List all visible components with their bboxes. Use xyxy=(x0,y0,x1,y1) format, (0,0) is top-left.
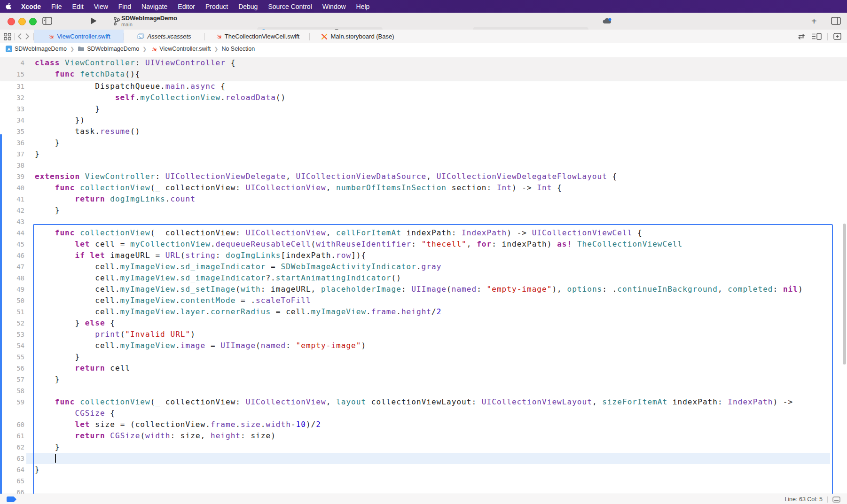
editor-options-icon[interactable] xyxy=(811,33,822,40)
counterpart-swap-icon[interactable] xyxy=(797,33,806,40)
code-text[interactable]: extension ViewController: UICollectionVi… xyxy=(26,171,847,182)
code-text[interactable]: return cell xyxy=(26,363,847,374)
line-number[interactable]: 59 xyxy=(0,396,26,408)
line-number[interactable]: 64 xyxy=(0,464,26,475)
code-line-33[interactable]: 33 } xyxy=(0,103,847,115)
tab-main-storyboard-base-[interactable]: Main.storyboard (Base) xyxy=(310,30,406,43)
line-number[interactable]: 34 xyxy=(0,115,26,126)
zoom-window-button[interactable] xyxy=(29,18,37,25)
code-line-38[interactable]: 38 xyxy=(0,160,847,171)
code-line-52[interactable]: 52 } else { xyxy=(0,318,847,329)
line-number[interactable]: 55 xyxy=(0,351,26,363)
line-number[interactable] xyxy=(0,408,26,419)
code-line-60[interactable]: 60 let size = (collectionView.frame.size… xyxy=(0,419,847,430)
code-text[interactable]: let cell = myCollectionView.dequeueReusa… xyxy=(26,239,847,250)
code-line-47[interactable]: 47 cell.myImageView.sd_imageIndicator = … xyxy=(0,261,847,272)
line-number[interactable]: 49 xyxy=(0,284,26,295)
code-text[interactable]: task.resume() xyxy=(26,126,847,137)
code-line-65[interactable]: 65 xyxy=(0,475,847,487)
breadcrumb-item-sdwebimagedemo[interactable]: ASDWebImageDemo xyxy=(5,46,68,52)
menu-file[interactable]: File xyxy=(46,0,67,13)
breadcrumb-item-viewcontroller-swift[interactable]: ViewController.swift xyxy=(149,46,212,53)
line-number[interactable]: 50 xyxy=(0,295,26,306)
code-editor[interactable]: 31 DispatchQueue.main.async {32 self.myC… xyxy=(0,54,847,494)
line-number[interactable]: 33 xyxy=(0,103,26,115)
code-text[interactable]: return CGSize(width: size, height: size) xyxy=(26,430,847,442)
code-text[interactable]: } xyxy=(26,148,847,160)
menu-edit[interactable]: Edit xyxy=(67,0,89,13)
menu-xcode[interactable]: Xcode xyxy=(16,0,46,13)
code-line-42[interactable]: 42 } xyxy=(0,205,847,216)
code-text[interactable] xyxy=(26,216,847,227)
code-line-4[interactable]: 4class ViewController: UIViewController … xyxy=(0,57,847,69)
code-line-49[interactable]: 49 cell.myImageView.sd_setImage(with: im… xyxy=(0,284,847,295)
line-number[interactable]: 48 xyxy=(0,272,26,284)
close-window-button[interactable] xyxy=(8,18,15,25)
breakpoint-icon[interactable] xyxy=(7,496,17,502)
code-line-39[interactable]: 39extension ViewController: UICollection… xyxy=(0,171,847,182)
minimize-window-button[interactable] xyxy=(18,18,26,25)
line-number[interactable]: 41 xyxy=(0,194,26,205)
code-text[interactable]: let size = (collectionView.frame.size.wi… xyxy=(26,419,847,430)
code-line-45[interactable]: 45 let cell = myCollectionView.dequeueRe… xyxy=(0,239,847,250)
menu-window[interactable]: Window xyxy=(317,0,351,13)
menu-editor[interactable]: Editor xyxy=(173,0,200,13)
line-number[interactable]: 35 xyxy=(0,126,26,137)
menu-navigate[interactable]: Navigate xyxy=(136,0,173,13)
code-line-51[interactable]: 51 cell.myImageView.layer.cornerRadius =… xyxy=(0,306,847,318)
line-number[interactable]: 31 xyxy=(0,81,26,92)
line-number[interactable]: 66 xyxy=(0,487,26,494)
go-forward-button[interactable] xyxy=(25,33,30,40)
code-text[interactable]: } xyxy=(26,137,847,148)
line-number[interactable]: 57 xyxy=(0,374,26,385)
code-line-wrap[interactable]: CGSize { xyxy=(0,408,847,419)
code-text[interactable]: DispatchQueue.main.async { xyxy=(26,81,847,92)
code-line-54[interactable]: 54 cell.myImageView.image = UIImage(name… xyxy=(0,340,847,351)
code-line-61[interactable]: 61 return CGSize(width: size, height: si… xyxy=(0,430,847,442)
code-text[interactable]: cell.myImageView.layer.cornerRadius = ce… xyxy=(26,306,847,318)
code-text[interactable]: func collectionView(_ collectionView: UI… xyxy=(26,396,847,408)
code-text[interactable]: func collectionView(_ collectionView: UI… xyxy=(26,227,847,239)
code-line-32[interactable]: 32 self.myCollectionView.reloadData() xyxy=(0,92,847,103)
code-line-48[interactable]: 48 cell.myImageView.sd_imageIndicator?.s… xyxy=(0,272,847,284)
line-number[interactable]: 15 xyxy=(0,69,26,80)
code-text[interactable] xyxy=(26,487,847,494)
line-number[interactable]: 39 xyxy=(0,171,26,182)
apple-menu[interactable] xyxy=(0,2,16,10)
tab-viewcontroller-swift[interactable]: ViewController.swift xyxy=(34,30,124,43)
line-number[interactable]: 44 xyxy=(0,227,26,239)
code-line-15[interactable]: 15 func fetchData(){ xyxy=(0,69,847,80)
menu-find[interactable]: Find xyxy=(113,0,136,13)
code-text[interactable]: } xyxy=(26,464,847,475)
vertical-scrollbar[interactable] xyxy=(843,224,846,364)
add-button[interactable]: + xyxy=(811,17,817,25)
document-icon[interactable] xyxy=(832,496,840,503)
breadcrumb-item-sdwebimagedemo[interactable]: SDWebImageDemo xyxy=(77,46,140,52)
code-text[interactable]: print("Invalid URL") xyxy=(26,329,847,340)
code-line-37[interactable]: 37} xyxy=(0,148,847,160)
code-line-43[interactable]: 43 xyxy=(0,216,847,227)
breadcrumb-item-no-selection[interactable]: No Selection xyxy=(220,46,256,52)
code-line-63[interactable]: 63 xyxy=(0,453,847,464)
code-line-62[interactable]: 62 } xyxy=(0,442,847,453)
code-text[interactable]: cell.myImageView.contentMode = .scaleToF… xyxy=(26,295,847,306)
code-line-59[interactable]: 59 func collectionView(_ collectionView:… xyxy=(0,396,847,408)
code-text[interactable]: return dogImgLinks.count xyxy=(26,194,847,205)
tab-assets-xcassets[interactable]: Assets.xcassets xyxy=(124,30,204,43)
code-line-31[interactable]: 31 DispatchQueue.main.async { xyxy=(0,81,847,92)
menu-view[interactable]: View xyxy=(89,0,113,13)
code-line-35[interactable]: 35 task.resume() xyxy=(0,126,847,137)
tab-thecollectionviewcell-swift[interactable]: TheCollectionViewCell.swift xyxy=(205,30,309,43)
code-text[interactable] xyxy=(26,385,847,396)
line-number[interactable]: 56 xyxy=(0,363,26,374)
inspector-sidebar-toggle[interactable] xyxy=(831,17,841,25)
code-text[interactable] xyxy=(26,475,847,487)
line-number[interactable]: 53 xyxy=(0,329,26,340)
code-text[interactable]: } else { xyxy=(26,318,847,329)
code-text[interactable] xyxy=(26,453,830,464)
line-number[interactable]: 43 xyxy=(0,216,26,227)
code-text[interactable]: } xyxy=(26,374,847,385)
menu-source-control[interactable]: Source Control xyxy=(263,0,317,13)
code-line-34[interactable]: 34 }) xyxy=(0,115,847,126)
code-text[interactable]: } xyxy=(26,442,847,453)
